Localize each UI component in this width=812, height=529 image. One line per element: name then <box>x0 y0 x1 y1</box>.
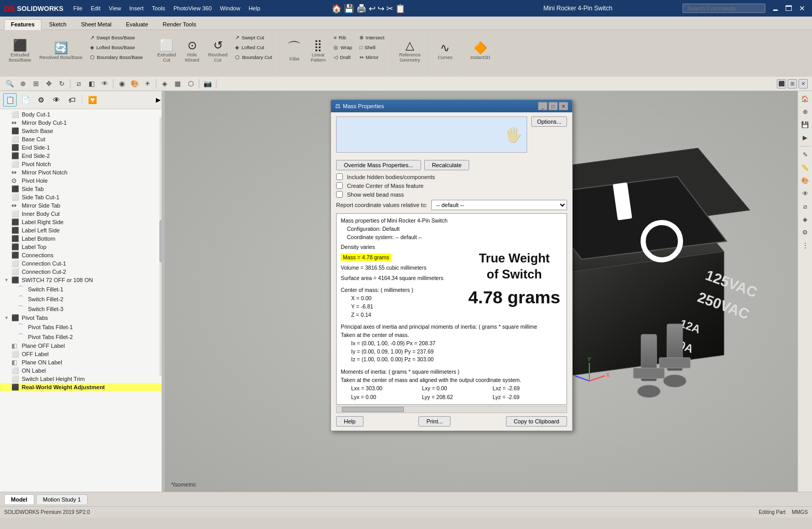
menu-window[interactable]: Window <box>216 4 244 12</box>
ft-item-mirror-side-tab[interactable]: ⇔ Mirror Side Tab <box>0 201 164 210</box>
model-tab[interactable]: Model <box>4 494 34 504</box>
ft-item-connection-cut-2[interactable]: ⬜ Connection Cut-2 <box>0 268 164 276</box>
copy-to-clipboard-button[interactable]: Copy to Clipboard <box>506 416 567 427</box>
feature-tree-icon[interactable]: 📋 <box>3 93 17 107</box>
ft-item-end-side-1[interactable]: ⬛ End Side-1 <box>0 143 164 152</box>
ft-item-connection-cut-1[interactable]: ⬜ Connection Cut-1 <box>0 259 164 268</box>
rt-save-button[interactable]: 💾 <box>800 119 811 130</box>
tab-sketch[interactable]: Sketch <box>42 19 74 30</box>
ft-item-mirror-pivot-notch[interactable]: ⇔ Mirror Pivot Notch <box>0 168 164 177</box>
results-scrollbar[interactable] <box>336 406 567 413</box>
ft-item-switch-label-height[interactable]: ⬜ Switch Label Height Trim <box>0 375 164 383</box>
help-button[interactable]: Help <box>336 416 364 427</box>
close-button[interactable]: ✕ <box>796 3 808 14</box>
zoom-box-button[interactable]: ⊞ <box>30 78 41 90</box>
wrap-button[interactable]: ◎ Wrap <box>330 43 355 52</box>
viewport[interactable]: 125VAC 250VAC 12A 10A <box>165 91 812 492</box>
zoom-in-button[interactable]: ⊕ <box>17 78 28 90</box>
edit-appearance-button[interactable]: 🎨 <box>129 78 140 90</box>
mirror-button[interactable]: ⇔ Mirror <box>356 53 387 62</box>
instant3d-button[interactable]: 🔶 Instant3D <box>466 33 495 69</box>
rt-view-button[interactable]: 👁 <box>800 188 811 199</box>
maximize-button[interactable]: 🗖 <box>783 3 794 14</box>
ft-item-pivot-hole[interactable]: ⊙ Pivot Hole <box>0 177 164 185</box>
extruded-cut-button[interactable]: ⬜ ExtrudedCut <box>154 33 180 69</box>
ft-item-label-right-side[interactable]: ⬛ Label Right Side <box>0 218 164 226</box>
swept-cut-button[interactable]: ↗ Swept Cut <box>232 33 275 42</box>
menu-photoview[interactable]: PhotoView 360 <box>170 4 215 12</box>
view-orient-button[interactable]: ⊞ <box>788 79 797 89</box>
ref-geo-button[interactable]: △ ReferenceGeometry <box>395 33 424 69</box>
tab-evaluate[interactable]: Evaluate <box>119 19 155 30</box>
ft-item-on-label[interactable]: ⬜ ON Label <box>0 366 164 375</box>
coordinate-dropdown[interactable]: -- default -- <box>431 200 567 210</box>
hide-show-button[interactable]: ◉ <box>116 78 127 90</box>
curves-button[interactable]: ∿ Curves <box>432 33 458 69</box>
ft-item-mirror-body-cut-1[interactable]: ⇔ Mirror Body Cut-1 <box>0 119 164 127</box>
ft-item-off-label[interactable]: ⬜ OFF Label <box>0 350 164 358</box>
menu-view[interactable]: View <box>105 4 125 12</box>
ft-item-connections[interactable]: ⬛ Connections <box>0 251 164 259</box>
properties-icon[interactable]: 📄 <box>19 93 32 107</box>
search-input[interactable] <box>683 4 765 13</box>
ft-item-body-cut-1[interactable]: ⬜ Body Cut-1 <box>0 110 164 119</box>
recalculate-button[interactable]: Recalculate <box>424 160 469 170</box>
ft-item-side-tab[interactable]: ⬛ Side Tab <box>0 185 164 193</box>
scrollbar-thumb[interactable] <box>342 407 404 412</box>
display-icon[interactable]: 👁 <box>50 93 63 107</box>
revolved-cut-button[interactable]: ↺ RevolvedCut <box>205 33 231 69</box>
expand-icon[interactable]: ▶ <box>156 96 161 104</box>
scene-button[interactable]: ☀ <box>142 78 153 90</box>
ft-item-switch-fillet-2[interactable]: ⌒ Switch Fillet-2 <box>0 294 164 304</box>
rt-zoom-button[interactable]: ⊕ <box>800 106 811 117</box>
sidebar-resize-handle[interactable] <box>162 91 164 492</box>
rt-measure-button[interactable]: 📏 <box>800 162 811 173</box>
include-hidden-bodies-checkbox[interactable] <box>336 173 343 180</box>
create-center-mass-checkbox[interactable] <box>336 182 343 189</box>
tab-features[interactable]: Features <box>4 19 41 30</box>
menu-file[interactable]: File <box>69 4 86 12</box>
hole-wizard-button[interactable]: ⊙ HoleWizard <box>181 33 204 69</box>
rt-appearance-button[interactable]: 🎨 <box>800 175 811 186</box>
ft-item-side-tab-cut-1[interactable]: ⬜ Side Tab Cut-1 <box>0 193 164 201</box>
menu-edit[interactable]: Edit <box>87 4 104 12</box>
pan-button[interactable]: ✥ <box>43 78 54 90</box>
draft-button[interactable]: ◁ Draft <box>330 53 355 62</box>
ft-item-pivot-tabs[interactable]: ▼ ⬛ Pivot Tabs <box>0 314 164 322</box>
ft-item-plane-on-label[interactable]: ◧ Plane ON Label <box>0 358 164 366</box>
boundary-boss-button[interactable]: ⬡ Boundary Boss/Base <box>87 53 146 62</box>
ft-item-switch-fillet-3[interactable]: ⌒ Switch Fillet-3 <box>0 304 164 314</box>
menu-tools[interactable]: Tools <box>148 4 169 12</box>
shell-button[interactable]: □ Shell <box>356 43 387 52</box>
ft-item-pivot-tabs-fillet-2[interactable]: ⌒ Pivot Tabs Fillet-2 <box>0 332 164 342</box>
tab-sheet-metal[interactable]: Sheet Metal <box>75 19 119 30</box>
close-pane-button[interactable]: ✕ <box>799 79 808 89</box>
filter-icon[interactable]: 🔽 <box>85 93 99 107</box>
swept-boss-button[interactable]: ↗ Swept Boss/Base <box>87 33 146 42</box>
ft-item-inner-body-cut[interactable]: ⬜ Inner Body Cut <box>0 210 164 218</box>
ft-item-base-cut[interactable]: ⬜ Base Cut <box>0 135 164 143</box>
shadows-button[interactable]: ▦ <box>172 78 183 90</box>
intersect-button[interactable]: ⊗ Intersect <box>356 33 387 42</box>
rt-sketch-button[interactable]: ✎ <box>800 149 811 160</box>
standard-views-button[interactable]: ⬛ <box>777 79 786 89</box>
rt-select-button[interactable]: ▶ <box>800 132 811 143</box>
ft-item-label-top[interactable]: ⬛ Label Top <box>0 243 164 251</box>
ft-item-end-side-2[interactable]: ⬛ End Side-2 <box>0 152 164 160</box>
ft-item-pivot-tabs-fillet-1[interactable]: ⌒ Pivot Tabs Fillet-1 <box>0 322 164 332</box>
ft-item-label-bottom[interactable]: ⬛ Label Bottom <box>0 234 164 243</box>
boundary-cut-button[interactable]: ⬡ Boundary Cut <box>232 53 275 62</box>
menu-insert[interactable]: Insert <box>126 4 148 12</box>
motion-study-tab[interactable]: Motion Study 1 <box>36 494 88 504</box>
ft-item-label-left-side[interactable]: ⬛ Label Left Side <box>0 226 164 234</box>
perspective-button[interactable]: ⬡ <box>185 78 196 90</box>
options-button[interactable]: Options... <box>531 116 567 127</box>
rotate-button[interactable]: ↻ <box>56 78 67 90</box>
rt-realview-button[interactable]: ◈ <box>800 214 811 225</box>
print-button[interactable]: Print... <box>418 416 451 427</box>
ft-item-switch-fillet-1[interactable]: ⌒ Switch Fillet-1 <box>0 284 164 294</box>
ft-item-pivot-notch[interactable]: ⬜ Pivot Notch <box>0 160 164 168</box>
menu-help[interactable]: Help <box>245 4 264 12</box>
linear-pattern-button[interactable]: ⣿ LinearPattern <box>307 33 329 69</box>
dialog-restore-button[interactable]: □ <box>548 102 558 110</box>
